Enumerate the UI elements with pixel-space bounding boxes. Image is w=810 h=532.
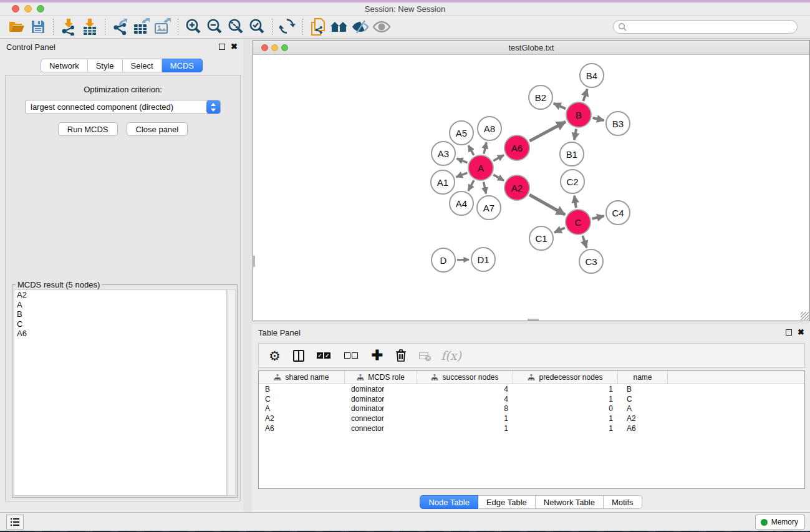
delete-table-icon[interactable]: ✕: [419, 347, 428, 364]
graph-edge-C-C3[interactable]: [582, 236, 586, 248]
log-console-button[interactable]: [6, 515, 24, 530]
tab-node-table[interactable]: Node Table: [420, 495, 478, 509]
mcds-result-item[interactable]: A6: [14, 329, 226, 339]
tab-style[interactable]: Style: [88, 59, 123, 72]
graph-edge-A-A5[interactable]: [468, 145, 474, 155]
graph-node-B1[interactable]: B1: [559, 142, 584, 167]
float-table-panel-icon[interactable]: [786, 329, 792, 336]
graph-node-A1[interactable]: A1: [430, 170, 455, 195]
open-session-icon[interactable]: [6, 17, 27, 36]
zoom-out-icon[interactable]: [204, 17, 225, 36]
graph-node-A4[interactable]: A4: [449, 191, 474, 216]
graph-edge-A-A3[interactable]: [456, 158, 467, 163]
tab-select[interactable]: Select: [123, 59, 162, 72]
graph-edge-A-A8[interactable]: [484, 142, 486, 153]
tab-network[interactable]: Network: [41, 59, 88, 72]
graph-node-A6[interactable]: A6: [504, 135, 530, 161]
graph-edge-B-B3[interactable]: [592, 118, 604, 120]
export-image-icon[interactable]: [152, 17, 173, 36]
hide-selected-icon[interactable]: [350, 17, 371, 36]
tab-network-table[interactable]: Network Table: [536, 495, 604, 509]
graph-node-A5[interactable]: A5: [449, 120, 474, 145]
window-resize-grip[interactable]: [801, 312, 809, 320]
graph-node-C4[interactable]: C4: [605, 200, 630, 225]
table-settings-icon[interactable]: ⚙: [269, 347, 281, 364]
graph-node-B2[interactable]: B2: [528, 85, 553, 110]
tab-motifs[interactable]: Motifs: [604, 495, 642, 509]
zoom-selected-icon[interactable]: [246, 17, 268, 36]
column-header-name[interactable]: name: [618, 371, 668, 384]
table-row[interactable]: Adominator80A: [259, 404, 804, 414]
close-panel-icon[interactable]: ✖: [231, 44, 238, 50]
deselect-all-rows-icon[interactable]: [344, 347, 359, 364]
column-header-predecessor-nodes[interactable]: predecessor nodes: [513, 371, 618, 384]
search-field[interactable]: [613, 20, 798, 34]
table-row[interactable]: A6connector11A6: [259, 423, 804, 433]
graph-edge-A-A2[interactable]: [493, 175, 504, 180]
save-session-icon[interactable]: [27, 17, 49, 36]
import-table-icon[interactable]: [79, 17, 100, 36]
graph-node-A3[interactable]: A3: [431, 141, 456, 166]
graph-node-D1[interactable]: D1: [471, 247, 496, 272]
graph-node-A7[interactable]: A7: [476, 195, 501, 220]
criterion-dropdown[interactable]: largest connected component (directed): [25, 100, 221, 114]
graph-node-B4[interactable]: B4: [579, 63, 604, 88]
graph-node-C3[interactable]: C3: [579, 249, 604, 274]
mcds-result-item[interactable]: A2: [14, 290, 226, 300]
graph-edge-C-C4[interactable]: [592, 216, 604, 219]
show-all-icon[interactable]: [371, 17, 392, 36]
clone-network-icon[interactable]: [307, 17, 329, 36]
mcds-result-item[interactable]: C: [14, 319, 226, 329]
apply-layout-icon[interactable]: [277, 17, 298, 36]
memory-button[interactable]: Memory: [755, 515, 805, 530]
run-mcds-button[interactable]: Run MCDS: [58, 122, 118, 136]
graph-edge-A-A4[interactable]: [468, 180, 474, 191]
graph-edge-A2-C[interactable]: [529, 195, 565, 215]
zoom-fit-icon[interactable]: [225, 17, 246, 36]
column-selector-icon[interactable]: [293, 347, 304, 364]
search-input[interactable]: [627, 22, 797, 31]
table-row[interactable]: Bdominator41B: [259, 384, 804, 394]
graph-edge-A-A1[interactable]: [456, 173, 468, 177]
mcds-result-item[interactable]: A: [14, 300, 226, 310]
close-table-panel-icon[interactable]: ✖: [798, 329, 804, 336]
graph-edge-A-A6[interactable]: [493, 155, 504, 161]
column-header-shared-name[interactable]: shared name: [259, 371, 345, 384]
float-panel-icon[interactable]: [219, 44, 225, 50]
graph-node-C[interactable]: C: [565, 209, 591, 235]
table-row[interactable]: A2connector11A2: [259, 414, 804, 423]
graph-edge-A-A7[interactable]: [484, 182, 486, 194]
close-panel-button[interactable]: Close panel: [127, 122, 188, 136]
graph-edge-C-C1[interactable]: [554, 228, 565, 232]
result-list-scrollbar[interactable]: [227, 289, 236, 496]
delete-columns-icon[interactable]: [395, 347, 407, 364]
import-network-icon[interactable]: [58, 17, 79, 36]
graph-node-A8[interactable]: A8: [477, 116, 502, 141]
column-header-mcds-role[interactable]: MCDS role: [345, 371, 417, 384]
graph-node-B[interactable]: B: [566, 102, 592, 128]
tab-mcds[interactable]: MCDS: [162, 59, 203, 72]
graph-node-D[interactable]: D: [431, 248, 456, 273]
select-all-rows-icon[interactable]: ✓✓: [317, 347, 332, 364]
first-neighbors-icon[interactable]: [329, 17, 350, 36]
graph-node-B3[interactable]: B3: [605, 111, 630, 136]
vertical-scrollbar-stub[interactable]: [253, 256, 255, 267]
graph-node-C1[interactable]: C1: [529, 226, 554, 251]
create-column-icon[interactable]: ✚: [372, 347, 383, 364]
graph-edge-C-C2[interactable]: [574, 196, 576, 208]
function-builder-icon[interactable]: f(x): [441, 347, 461, 364]
graph-node-A[interactable]: A: [468, 155, 494, 181]
mcds-result-item[interactable]: B: [14, 309, 226, 319]
tab-edge-table[interactable]: Edge Table: [478, 495, 536, 509]
export-network-icon[interactable]: [110, 17, 131, 36]
export-table-icon[interactable]: [131, 17, 152, 36]
graph-edge-A6-B[interactable]: [529, 122, 566, 141]
graph-edge-B-B4[interactable]: [583, 89, 587, 101]
graph-edge-B-B1[interactable]: [574, 129, 576, 140]
graph-edge-B-B2[interactable]: [554, 104, 566, 109]
network-canvas[interactable]: B4B2BB3A8A5A6A3B1AC2A1A2A4A7C4CC1DD1C3: [253, 55, 809, 321]
column-header-successor-nodes[interactable]: successor nodes: [417, 371, 513, 384]
zoom-in-icon[interactable]: [183, 17, 204, 36]
graph-node-A2[interactable]: A2: [504, 175, 530, 201]
table-row[interactable]: Cdominator41C: [259, 394, 804, 404]
